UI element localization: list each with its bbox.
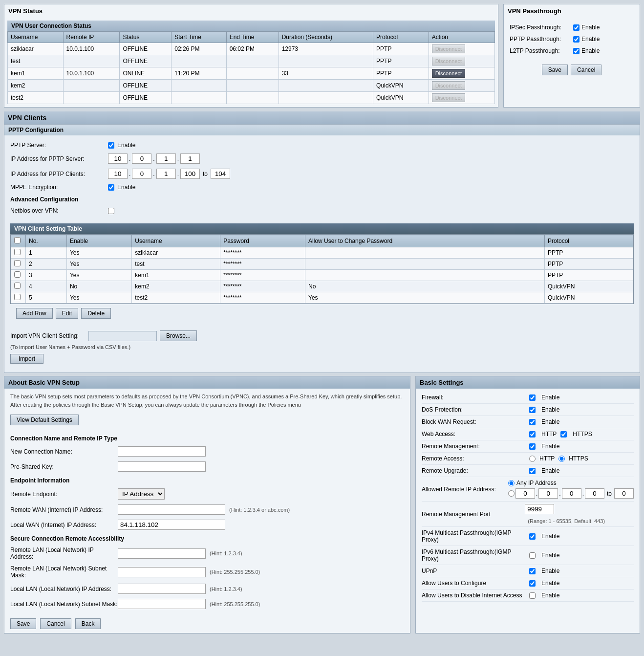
basic-settings-title: Basic Settings <box>416 376 640 389</box>
col-action: Action <box>429 32 494 43</box>
web-http-text: HTTP <box>541 431 557 437</box>
setup-cancel-button[interactable]: Cancel <box>40 618 71 629</box>
upnp-enable: Enable <box>541 568 559 574</box>
cell-remote-ip <box>63 55 120 67</box>
ip-server-label: IP Address for PPTP Server: <box>10 155 108 162</box>
browse-button[interactable]: Browse... <box>160 330 197 341</box>
web-http-checkbox[interactable] <box>529 431 536 437</box>
firewall-checkbox[interactable] <box>529 394 536 401</box>
l2tp-checkbox[interactable] <box>573 48 580 54</box>
cell-status: ONLINE <box>120 67 172 80</box>
cell-allow-change <box>305 270 545 281</box>
remote-port-input[interactable] <box>525 504 554 514</box>
allow-disable-label: Allow Users to Disable Internet Access <box>422 592 529 599</box>
remote-mgmt-label: Remote Management: <box>422 443 529 450</box>
netbios-checkbox[interactable] <box>108 208 114 214</box>
passthrough-save-button[interactable]: Save <box>542 65 568 75</box>
col-no: No. <box>26 235 67 247</box>
bs-ip-oct1[interactable] <box>515 488 535 499</box>
add-row-button[interactable]: Add Row <box>16 308 53 319</box>
remote-wan-hint: (Hint: 1.2.3.4 or abc.com) <box>229 507 290 513</box>
delete-button[interactable]: Delete <box>81 308 111 319</box>
upnp-checkbox[interactable] <box>529 568 536 574</box>
cell-username: kem1 <box>8 67 64 80</box>
disconnect-button[interactable]: Disconnect <box>432 69 465 78</box>
new-conn-input[interactable] <box>118 446 206 457</box>
row-checkbox[interactable] <box>14 260 21 266</box>
ipv4-multicast-checkbox[interactable] <box>529 533 536 540</box>
pptp-pt-enable-text: Enable <box>581 36 600 43</box>
remote-upgrade-checkbox[interactable] <box>529 468 536 474</box>
allow-disable-checkbox[interactable] <box>529 592 536 599</box>
cell-allow-change <box>305 259 545 270</box>
local-lan-label: Local LAN (Local Network) IP Address: <box>10 586 118 592</box>
remote-mgmt-checkbox[interactable] <box>529 443 536 450</box>
mppe-checkbox[interactable] <box>108 184 114 191</box>
remote-access-http-radio[interactable] <box>529 456 536 462</box>
ip-server-oct2[interactable] <box>132 153 151 164</box>
local-lan-input[interactable] <box>118 584 206 594</box>
import-file-input[interactable] <box>88 331 157 341</box>
ip-server-oct4[interactable] <box>180 153 200 164</box>
secure-conn-section: Secure Connection Remote Accessibility <box>10 532 404 544</box>
col-end-time: End Time <box>226 32 279 43</box>
row-checkbox[interactable] <box>14 294 21 300</box>
ip-clients-to: to <box>203 171 208 177</box>
web-https-checkbox[interactable] <box>560 431 567 437</box>
cell-username: kem2 <box>8 80 64 92</box>
remote-wan-input[interactable] <box>118 504 225 515</box>
block-wan-checkbox[interactable] <box>529 419 536 425</box>
setup-save-button[interactable]: Save <box>10 618 36 629</box>
col-start-time: Start Time <box>172 32 226 43</box>
ipsec-checkbox[interactable] <box>573 24 580 31</box>
ip-clients-label: IP Address for PPTP Clients: <box>10 171 108 177</box>
remote-endpoint-select[interactable]: IP Address FQDN <box>118 488 165 500</box>
local-lan-mask-input[interactable] <box>118 599 206 609</box>
table-row: kem1 10.0.1.100 ONLINE 11:20 PM 33 PPTP … <box>8 67 495 80</box>
cell-start-time <box>172 55 226 67</box>
ip-clients-oct1[interactable] <box>108 169 128 179</box>
remote-access-https-radio[interactable] <box>558 456 565 462</box>
ip-clients-oct4[interactable] <box>180 169 200 179</box>
bs-ip-oct4[interactable] <box>585 488 604 499</box>
remote-lan-input[interactable] <box>118 548 206 559</box>
remote-access-https-text: HTTPS <box>569 455 588 462</box>
dos-checkbox[interactable] <box>529 407 536 413</box>
web-https-text: HTTPS <box>573 431 592 437</box>
local-wan-input[interactable] <box>118 520 225 530</box>
pptp-pt-checkbox[interactable] <box>573 36 580 43</box>
col-enable: Enable <box>66 235 131 247</box>
view-defaults-button[interactable]: View Default Settings <box>10 415 79 425</box>
bs-ip-oct2[interactable] <box>538 488 558 499</box>
row-checkbox[interactable] <box>14 249 21 255</box>
passthrough-cancel-button[interactable]: Cancel <box>571 65 601 75</box>
allowed-remote-label: Allowed Remote IP Address: <box>422 486 508 493</box>
web-access-label: Web Access: <box>422 431 529 437</box>
ip-clients-end[interactable] <box>211 169 230 179</box>
ip-clients-oct2[interactable] <box>132 169 151 179</box>
row-checkbox[interactable] <box>14 271 21 278</box>
ipv6-multicast-checkbox[interactable] <box>529 552 536 559</box>
allow-configure-checkbox[interactable] <box>529 580 536 587</box>
new-conn-label: New Connection Name: <box>10 448 118 455</box>
cell-enable: Yes <box>66 247 131 259</box>
ip-server-oct3[interactable] <box>156 153 176 164</box>
col-remote-ip: Remote IP <box>63 32 120 43</box>
select-all-checkbox[interactable] <box>14 237 21 243</box>
remote-wan-label: Remote WAN (Internet) IP Address: <box>10 506 118 513</box>
import-button[interactable]: Import <box>10 354 43 364</box>
bs-ip-oct3[interactable] <box>562 488 581 499</box>
row-checkbox[interactable] <box>14 283 21 289</box>
remote-access-label: Remote Access: <box>422 455 529 462</box>
specific-ip-radio[interactable] <box>508 490 515 497</box>
setup-back-button[interactable]: Back <box>75 618 101 629</box>
ip-clients-oct3[interactable] <box>156 169 176 179</box>
bs-ip-to[interactable] <box>614 488 634 499</box>
cell-select <box>11 270 26 281</box>
pptp-server-checkbox[interactable] <box>108 142 114 149</box>
ip-server-oct1[interactable] <box>108 153 128 164</box>
pre-shared-input[interactable] <box>118 461 206 472</box>
any-ip-radio[interactable] <box>508 480 515 486</box>
edit-button[interactable]: Edit <box>56 308 79 319</box>
remote-lan-mask-input[interactable] <box>118 567 206 577</box>
